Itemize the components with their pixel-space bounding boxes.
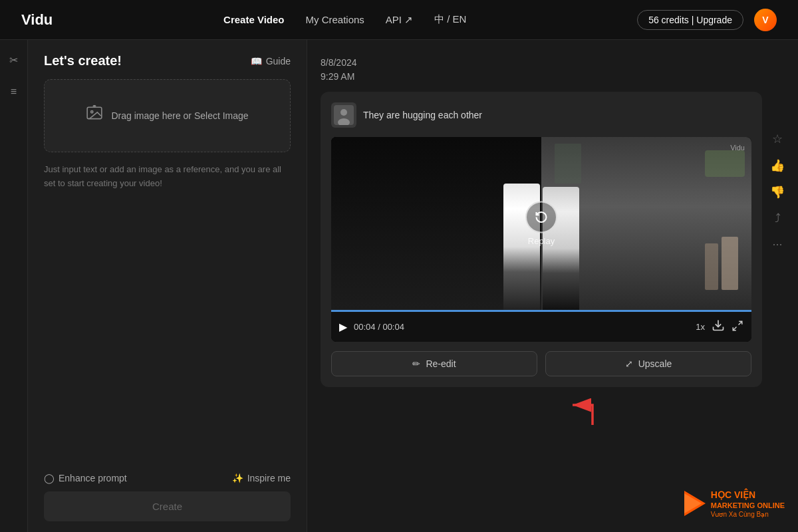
- header-right: 56 credits | Upgrade V: [637, 9, 777, 31]
- entry-date-time: 8/8/2024 9:29 AM: [321, 56, 785, 84]
- left-panel: Let's create! 📖 Guide Drag image here o: [28, 40, 307, 532]
- video-progress-fill: [331, 310, 751, 312]
- left-panel-footer: ◯ Enhance prompt ✨ Inspire me Create: [28, 462, 307, 532]
- video-card-row: They are hugging each other: [321, 92, 785, 387]
- bookmark-icon[interactable]: ☆: [772, 132, 783, 146]
- svg-line-8: [733, 327, 736, 330]
- upscale-label: Upscale: [638, 358, 672, 369]
- image-upload-icon: [86, 105, 103, 126]
- prompt-thumbnail: [331, 102, 356, 128]
- menu-icon[interactable]: ≡: [5, 82, 23, 101]
- left-panel-content: Drag image here or Select Image Just inp…: [28, 79, 307, 462]
- enhance-icon: ◯: [44, 473, 55, 483]
- video-progress-bar[interactable]: [331, 310, 751, 312]
- reedit-icon: ✏: [412, 358, 420, 369]
- svg-point-1: [91, 111, 93, 113]
- watermark-line2: MARKETING ONLINE: [711, 501, 785, 510]
- main-layout: ✂ ≡ Let's create! 📖 Guide: [0, 40, 798, 532]
- main-nav: Create Video My Creations API ↗ 中 / EN: [223, 13, 466, 26]
- guide-icon: 📖: [251, 56, 262, 66]
- play-button[interactable]: ▶: [339, 321, 347, 333]
- watermark-text: HỌC VIỆN MARKETING ONLINE Vươn Xa Cùng B…: [711, 489, 785, 519]
- speed-button[interactable]: 1x: [696, 322, 705, 332]
- inspire-label: Inspire me: [247, 473, 291, 483]
- reedit-label: Re-edit: [426, 358, 456, 369]
- reedit-button[interactable]: ✏ Re-edit: [331, 351, 537, 376]
- panel-title: Let's create!: [44, 53, 122, 68]
- logo: Vidu: [21, 11, 53, 29]
- enhance-label: Enhance prompt: [59, 473, 127, 483]
- avatar[interactable]: V: [754, 9, 777, 31]
- drop-zone-text: Drag image here or Select Image: [111, 110, 248, 121]
- thumbs-down-icon[interactable]: 👎: [770, 185, 785, 200]
- total-time: 00:04: [382, 322, 404, 332]
- download-button[interactable]: [712, 319, 725, 335]
- left-panel-header: Let's create! 📖 Guide: [28, 40, 307, 79]
- video-prompt-text: They are hugging each other: [363, 110, 482, 120]
- thumbs-up-icon[interactable]: 👍: [770, 158, 785, 173]
- svg-line-7: [739, 321, 742, 325]
- nav-my-creations[interactable]: My Creations: [305, 14, 364, 25]
- guide-button[interactable]: 📖 Guide: [251, 56, 291, 66]
- video-card: They are hugging each other: [321, 92, 762, 387]
- video-player-container: Vidu Replay: [331, 137, 751, 342]
- nav-create-video[interactable]: Create Video: [223, 14, 284, 25]
- nav-api[interactable]: API ↗: [386, 14, 413, 26]
- time-display: 00:04 / 00:04: [354, 322, 404, 332]
- guide-label: Guide: [266, 56, 291, 66]
- footer-actions: ◯ Enhance prompt ✨ Inspire me: [44, 473, 291, 483]
- replay-overlay[interactable]: Replay: [525, 201, 557, 246]
- video-watermark: Vidu: [730, 144, 745, 152]
- nav-lang[interactable]: 中 / EN: [434, 13, 466, 26]
- replay-text: Replay: [528, 236, 555, 246]
- upscale-button[interactable]: ⤢ Upscale: [545, 351, 751, 376]
- watermark-line1: HỌC VIỆN: [711, 489, 785, 501]
- watermark-logo: HỌC VIỆN MARKETING ONLINE Vươn Xa Cùng B…: [684, 489, 785, 519]
- enhance-prompt-button[interactable]: ◯ Enhance prompt: [44, 473, 127, 483]
- helper-text: Just input text or add an image as a ref…: [44, 163, 291, 191]
- header: Vidu Create Video My Creations API ↗ 中 /…: [0, 0, 798, 40]
- sidebar-thin: ✂ ≡: [0, 40, 28, 532]
- entry-date: 8/8/2024: [321, 56, 785, 70]
- entry-time: 9:29 AM: [321, 70, 785, 84]
- scissors-icon[interactable]: ✂: [5, 51, 23, 69]
- replay-circle-icon: [525, 201, 557, 233]
- svg-rect-0: [88, 107, 102, 118]
- fullscreen-button[interactable]: [732, 320, 743, 334]
- inspire-me-button[interactable]: ✨ Inspire me: [232, 473, 291, 483]
- video-action-buttons: ✏ Re-edit ⤢ Upscale: [331, 351, 751, 376]
- credits-button[interactable]: 56 credits | Upgrade: [637, 10, 743, 30]
- create-button[interactable]: Create: [44, 491, 291, 521]
- video-player-area: Vidu Replay: [331, 137, 751, 310]
- video-entry: 8/8/2024 9:29 AM They ar: [321, 56, 785, 428]
- side-actions: ☆ 👍 👎 ⤴ ···: [770, 92, 785, 251]
- image-drop-zone[interactable]: Drag image here or Select Image: [44, 79, 291, 152]
- arrow-annotation: [321, 387, 785, 428]
- current-time: 00:04: [354, 322, 376, 332]
- video-controls: ▶ 00:04 / 00:04 1x: [331, 312, 751, 342]
- more-options-icon[interactable]: ···: [772, 237, 782, 251]
- inspire-icon: ✨: [232, 473, 243, 483]
- video-card-header: They are hugging each other: [331, 102, 751, 128]
- watermark-line3: Vươn Xa Cùng Bạn: [711, 510, 785, 519]
- upscale-icon: ⤢: [625, 358, 633, 369]
- svg-point-4: [340, 109, 347, 116]
- right-panel: 8/8/2024 9:29 AM They ar: [307, 40, 798, 532]
- share-icon[interactable]: ⤴: [775, 211, 781, 225]
